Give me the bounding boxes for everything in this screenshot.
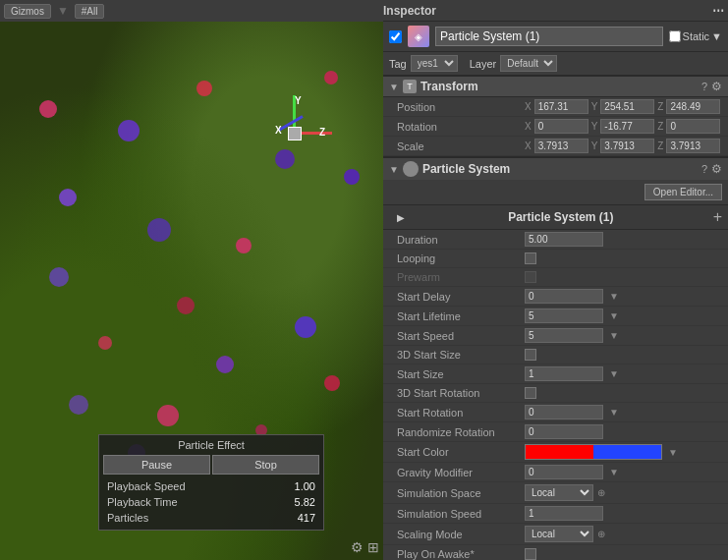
rot-y-input[interactable] — [600, 119, 654, 134]
gameobject-name-input[interactable] — [435, 27, 663, 46]
ps-prop-row: Start Rotation ▼ — [383, 403, 728, 422]
ps-prop-label-1: Looping — [397, 252, 525, 264]
ps-prop-input-3[interactable] — [525, 289, 603, 304]
tag-select[interactable]: yes1 — [411, 55, 458, 72]
scale-label: Scale — [397, 140, 525, 152]
ps-prop-value-13: Local⊕ — [525, 484, 720, 501]
rotation-label: Rotation — [397, 121, 525, 133]
gizmos-button[interactable]: Gizmos — [4, 4, 51, 19]
ps-prop-input-7[interactable] — [525, 366, 603, 381]
ps-prop-input-14[interactable] — [525, 506, 603, 521]
ps-color-bar-11[interactable] — [525, 444, 662, 460]
position-value: X Y Z — [525, 99, 720, 114]
ps-prop-label-15: Scaling Mode — [397, 529, 525, 540]
ps-prop-row: Looping — [383, 250, 728, 268]
gameobject-active-checkbox[interactable] — [389, 30, 402, 43]
ps-gear-icon[interactable]: ⚙ — [711, 162, 722, 176]
ps-prop-select-13[interactable]: Local — [525, 484, 593, 501]
ps-prop-row: Prewarm — [383, 268, 728, 287]
gameobject-header: ◈ Static ▼ — [383, 22, 728, 52]
inspector-options[interactable]: ⋯ — [712, 4, 724, 18]
ps-dropdown-icon-13: ⊕ — [597, 487, 605, 498]
pause-button[interactable]: Pause — [103, 455, 210, 475]
pe-row-value: 1.00 — [265, 478, 319, 494]
transform-gear-icon[interactable]: ⚙ — [711, 80, 722, 93]
pos-y-input[interactable] — [600, 99, 654, 114]
scale-value: X Y Z — [525, 139, 720, 153]
inspector-topbar: Inspector ⋯ — [383, 0, 728, 22]
ps-prop-value-0 — [525, 232, 720, 247]
particle — [344, 169, 360, 185]
rot-x-input[interactable] — [534, 119, 588, 134]
ps-help-icon[interactable]: ? — [701, 163, 707, 175]
ps-prop-row: Simulation Space Local⊕ — [383, 482, 728, 504]
ps-prop-checkbox-6[interactable] — [525, 349, 536, 361]
ps-prop-input-10[interactable] — [525, 424, 603, 439]
transform-component-header[interactable]: ▼ T Transform ? ⚙ — [383, 76, 728, 97]
ps-prop-input-5[interactable] — [525, 328, 603, 343]
scene-panel: Gizmos ▼ #All — [0, 0, 383, 560]
scale-x-input[interactable] — [534, 139, 588, 153]
ps-prop-row: Start Lifetime ▼ — [383, 307, 728, 326]
particle — [324, 375, 340, 391]
ps-prop-label-3: Start Delay — [397, 291, 525, 303]
all-button[interactable]: #All — [75, 4, 105, 19]
ps-prop-checkbox-2[interactable] — [525, 271, 536, 283]
ps-prop-label-7: Start Size — [397, 368, 525, 380]
ps-prop-input-12[interactable] — [525, 465, 603, 479]
particle-system-header[interactable]: ▼ Particle System ? ⚙ — [383, 156, 728, 180]
ps-prop-label-0: Duration — [397, 234, 525, 246]
static-dropdown-icon[interactable]: ▼ — [711, 30, 722, 42]
ps-prop-checkbox-1[interactable] — [525, 252, 536, 264]
particle-effect-row: Playback Time5.82 — [103, 494, 319, 510]
inspector-content[interactable]: ▼ T Transform ? ⚙ Position X Y Z Rotatio… — [383, 76, 728, 560]
rotation-row: Rotation X Y Z — [383, 117, 728, 137]
ps-prop-row: Start Speed ▼ — [383, 326, 728, 346]
ps-prop-checkbox-16[interactable] — [525, 548, 536, 560]
open-editor-row: Open Editor... — [383, 180, 728, 205]
ps-prop-row: Simulation Speed — [383, 504, 728, 524]
open-editor-button[interactable]: Open Editor... — [644, 184, 722, 200]
pos-x-input[interactable] — [534, 99, 588, 114]
layer-select[interactable]: Default — [500, 55, 557, 72]
ps-prop-input-9[interactable] — [525, 405, 603, 420]
scene-expand-icon[interactable]: ⊞ — [367, 539, 379, 555]
ps-prop-row: Start Delay ▼ — [383, 287, 728, 307]
ps-prop-row: 3D Start Rotation — [383, 384, 728, 403]
ps-prop-value-11: ▼ — [525, 444, 720, 460]
scene-canvas[interactable]: X Y Z Particle Effect Pause Stop Playbac… — [0, 22, 383, 560]
ps-prop-input-4[interactable] — [525, 308, 603, 323]
ps-prop-value-5: ▼ — [525, 328, 720, 343]
transform-gizmo[interactable]: X Y Z — [255, 95, 334, 174]
pos-z-input[interactable] — [666, 99, 720, 114]
particle — [295, 316, 316, 338]
ps-prop-label-13: Simulation Space — [397, 487, 525, 499]
ps-prop-checkbox-8[interactable] — [525, 387, 536, 399]
scale-z-input[interactable] — [666, 139, 720, 153]
ps-title: Particle System — [422, 162, 698, 176]
scene-settings-icon[interactable]: ⚙ — [351, 539, 364, 555]
ps-prop-value-9: ▼ — [525, 405, 720, 420]
pe-row-label: Playback Time — [103, 494, 265, 510]
position-row: Position X Y Z — [383, 97, 728, 117]
particle — [69, 395, 88, 415]
scale-y-input[interactable] — [600, 139, 654, 153]
scene-toolbar: Gizmos ▼ #All — [0, 0, 383, 22]
ps-prop-row: Scaling Mode Local⊕ — [383, 524, 728, 545]
stop-button[interactable]: Stop — [212, 455, 319, 475]
ps-prop-value-6 — [525, 349, 720, 361]
ps-prop-input-0[interactable] — [525, 232, 603, 247]
ps-collapse-icon: ▼ — [389, 164, 399, 175]
particle — [147, 218, 171, 242]
gameobject-icon-symbol: ◈ — [415, 31, 422, 42]
gameobject-icon: ◈ — [408, 26, 429, 47]
ps-add-button[interactable]: + — [713, 208, 722, 226]
rot-z-input[interactable] — [666, 119, 720, 134]
ps-prop-select-15[interactable]: Local — [525, 526, 593, 542]
static-checkbox[interactable] — [669, 30, 681, 42]
inspector-panel: Inspector ⋯ ◈ Static ▼ Tag yes1 Layer De… — [383, 0, 728, 560]
transform-help-icon[interactable]: ? — [701, 81, 707, 92]
ps-prop-arrow-9: ▼ — [609, 407, 619, 418]
ps-prop-row: Randomize Rotation — [383, 422, 728, 442]
ps-prop-value-7: ▼ — [525, 366, 720, 381]
